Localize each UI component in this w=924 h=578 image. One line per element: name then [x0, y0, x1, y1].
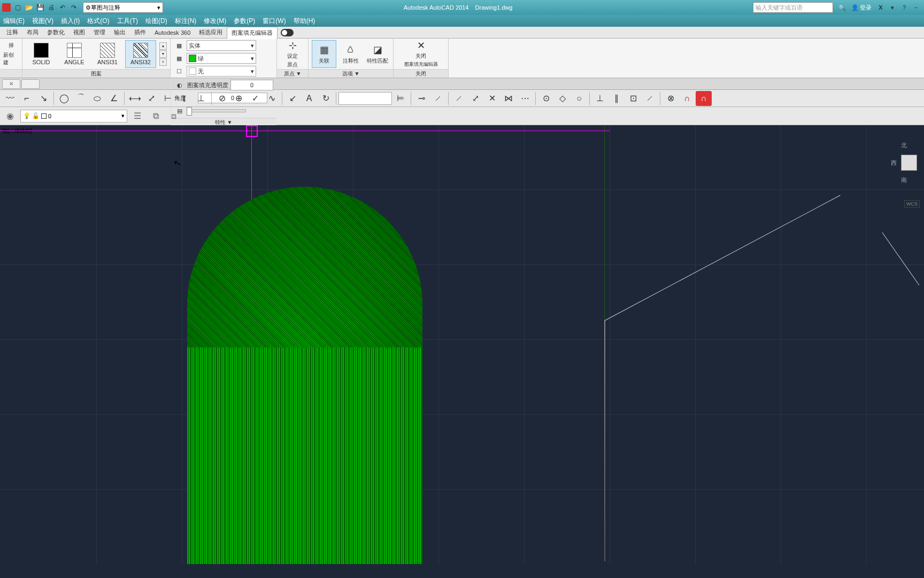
opacity-value[interactable]: 0	[230, 80, 273, 90]
layer-state-icon[interactable]: ◉	[2, 109, 18, 124]
dim-diameter-icon[interactable]: ⊕	[230, 91, 247, 106]
arc-icon[interactable]: ⌒	[73, 91, 89, 106]
dim-aligned-icon[interactable]: ⤢	[143, 91, 159, 106]
login-button[interactable]: 👤 登录	[851, 4, 872, 12]
snap-node-icon[interactable]: ⟋	[451, 91, 467, 106]
redo-icon[interactable]: ↷	[69, 3, 79, 12]
menu-format[interactable]: 格式(O)	[87, 17, 109, 26]
tab-plugins[interactable]: 插件	[130, 27, 150, 38]
drawing-canvas[interactable]: 视[二维线框] 北 西 南 WCS ↖	[0, 125, 924, 564]
wcs-label[interactable]: WCS	[904, 200, 920, 208]
dim-radius-icon[interactable]: ⊘	[214, 91, 230, 106]
snap-none-icon[interactable]: ⊗	[663, 91, 679, 106]
layer-props-icon[interactable]: ⧈	[166, 109, 182, 124]
ribbon-toggle[interactable]	[281, 29, 294, 36]
binoculars-icon[interactable]: 🔍	[836, 2, 848, 13]
circle-icon[interactable]: ◯	[56, 91, 72, 106]
menu-draw[interactable]: 绘图(D)	[145, 17, 167, 26]
snap-perpendicular-icon[interactable]: ⊥	[592, 91, 608, 106]
layer-iso-icon[interactable]: ⧉	[148, 109, 164, 124]
tab-view[interactable]: 视图	[69, 27, 89, 38]
snap-extension-icon[interactable]: ⤢	[467, 91, 483, 106]
search-input[interactable]: 输入关键字或百语	[753, 2, 833, 13]
osnap-lock-icon[interactable]: ∩	[696, 91, 712, 106]
menu-dimension[interactable]: 标注(N)	[175, 17, 197, 26]
snap-parallel-icon[interactable]: ∥	[609, 91, 625, 106]
pattern-angle[interactable]: ANGLE	[59, 40, 90, 68]
menu-window[interactable]: 窗口(W)	[263, 17, 286, 26]
leader-icon[interactable]: ↙	[284, 91, 301, 106]
tab-manage[interactable]: 管理	[89, 27, 110, 38]
pattern-scroll[interactable]: ▴▾▿	[159, 42, 167, 66]
spline-icon[interactable]: 〰	[2, 91, 18, 106]
layer-manager-icon[interactable]: ☰	[129, 109, 145, 124]
set-origin-button[interactable]: ⊹ 设定 原点	[280, 40, 305, 68]
snap-center-icon[interactable]: ⊙	[538, 91, 554, 106]
pattern-solid[interactable]: SOLID	[26, 40, 57, 68]
close-hatch-editor-button[interactable]: ✕ 关闭 图案填充编辑器	[397, 40, 445, 68]
line-object[interactable]	[604, 195, 841, 321]
print-icon[interactable]: 🖨	[47, 3, 56, 12]
dim-ordinate-icon[interactable]: ⊥	[193, 91, 209, 106]
snap-quadrant-icon[interactable]: ◇	[555, 91, 571, 106]
angle-icon[interactable]: ∠	[106, 91, 122, 106]
viewcube-top[interactable]	[901, 155, 917, 171]
dim-angular-icon[interactable]: ✓	[247, 91, 263, 106]
polyline-icon[interactable]: ⌐	[19, 91, 35, 106]
minimize-icon[interactable]: −	[910, 2, 922, 13]
hatch-type-select[interactable]: 实体▾	[187, 40, 256, 51]
snap-endpoint-icon[interactable]: ⊸	[413, 91, 429, 106]
workspace-selector[interactable]: ⚙ 草图与注释 ▾	[83, 2, 163, 13]
tab-layout[interactable]: 布局	[22, 27, 43, 38]
new-icon[interactable]: ▢	[13, 3, 22, 12]
menu-view[interactable]: 视图(V)	[32, 17, 53, 26]
menu-modify[interactable]: 修改(M)	[204, 17, 226, 26]
dim-linear-icon[interactable]: ⟷	[127, 91, 143, 106]
line-object[interactable]	[604, 321, 605, 561]
app-icon[interactable]	[2, 3, 11, 12]
scale-slider[interactable]	[187, 109, 246, 112]
match-props-button[interactable]: ◪特性匹配	[365, 40, 390, 68]
annotative-button[interactable]: ⩟注释性	[338, 40, 363, 68]
dim-continue-icon[interactable]: ⊢	[160, 91, 176, 106]
snap-midpoint-icon[interactable]: ⟋	[430, 91, 446, 106]
snap-apparent-icon[interactable]: ⋈	[500, 91, 517, 106]
snap-intersection-icon[interactable]: ✕	[484, 91, 500, 106]
associative-button[interactable]: ▦关联	[312, 40, 336, 68]
line-object[interactable]	[882, 232, 920, 285]
menu-help[interactable]: 帮助(H)	[294, 17, 315, 26]
exchange-icon[interactable]: X	[875, 2, 887, 13]
tab-a360[interactable]: Autodesk 360	[150, 28, 195, 37]
hatched-object[interactable]	[187, 187, 422, 564]
panel-options-title[interactable]: 选项 ▼	[309, 69, 393, 78]
save-icon[interactable]: 💾	[35, 3, 45, 12]
refresh-icon[interactable]: ↻	[318, 91, 334, 106]
hatch-bg-select[interactable]: 无▾	[187, 66, 256, 77]
tab-annotate[interactable]: 注释	[2, 27, 22, 38]
open-icon[interactable]: 📂	[24, 3, 34, 12]
undo-icon[interactable]: ↶	[58, 3, 67, 12]
tab-hatch-editor[interactable]: 图案填充编辑器	[227, 27, 278, 39]
dimstyle-icon[interactable]: ⊨	[392, 91, 409, 106]
ellipse-icon[interactable]: ⬭	[89, 91, 105, 106]
panel-origin-title[interactable]: 原点 ▼	[277, 69, 308, 78]
menu-tools[interactable]: 工具(T)	[117, 17, 138, 26]
text-icon[interactable]: A	[301, 91, 317, 106]
dim-baseline-icon[interactable]: ⫿	[176, 91, 192, 106]
xline-icon[interactable]: ↘	[35, 91, 51, 106]
file-tab-1[interactable]: ✕	[2, 79, 20, 89]
snap-nearest-icon[interactable]: ⟋	[642, 91, 658, 106]
menu-edit[interactable]: 编辑(E)	[3, 17, 25, 26]
tab-parametric[interactable]: 参数化	[43, 27, 69, 38]
menu-params[interactable]: 参数(P)	[234, 17, 255, 26]
layer-combo[interactable]: 💡 🔓 0 ▾	[20, 110, 127, 123]
pattern-ansi32[interactable]: ANSI32	[125, 40, 156, 68]
dimstyle-combo[interactable]	[338, 92, 392, 105]
pattern-ansi31[interactable]: ANSI31	[92, 40, 123, 68]
tab-featured[interactable]: 精选应用	[195, 27, 227, 38]
dropdown-icon[interactable]: ▾	[887, 2, 898, 13]
snap-center-dash-icon[interactable]: ⋯	[517, 91, 533, 106]
help-icon[interactable]: ?	[898, 2, 910, 13]
snap-tangent-icon[interactable]: ○	[571, 91, 587, 106]
dim-jog-icon[interactable]: ∿	[264, 91, 280, 106]
